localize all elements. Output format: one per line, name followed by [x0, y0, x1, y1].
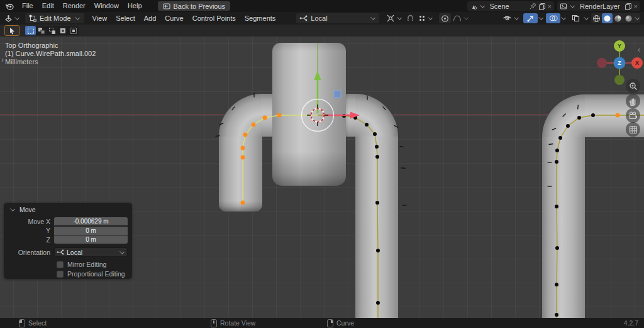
menu-segments[interactable]: Segments	[240, 13, 280, 25]
blender-logo-menu[interactable]	[0, 3, 18, 10]
pivot-point-button[interactable]	[384, 13, 404, 23]
gizmo-plane-handle[interactable]	[334, 91, 341, 98]
curve-control-point-selected[interactable]	[277, 113, 282, 118]
shading-rendered-button[interactable]	[623, 13, 634, 23]
menu-edit[interactable]: Edit	[38, 0, 58, 12]
snap-toggle-button[interactable]	[404, 13, 416, 23]
scene-icon[interactable]	[470, 3, 477, 10]
shading-solid-button[interactable]	[602, 13, 613, 23]
curve-control-point[interactable]	[555, 160, 558, 164]
proportional-falloff-dropdown[interactable]	[451, 13, 471, 23]
sidebar-region-toggle[interactable]: ‹	[638, 47, 640, 53]
curve-control-point-selected[interactable]	[263, 116, 267, 120]
move-y-field[interactable]: 0 m	[54, 227, 128, 235]
curve-control-point[interactable]	[555, 149, 559, 152]
left-mouse-icon	[19, 319, 25, 327]
overlays-icon	[549, 14, 558, 22]
menu-add[interactable]: Add	[140, 13, 161, 25]
curve-control-point[interactable]	[555, 246, 559, 250]
scene-browse-chevron[interactable]	[480, 3, 485, 8]
curve-control-point[interactable]	[555, 205, 558, 208]
orientation-label: Local	[311, 14, 327, 22]
menu-control-points[interactable]: Control Points	[188, 13, 240, 25]
overlays-chevron[interactable]	[561, 15, 566, 20]
select-mode-subtract-button[interactable]	[47, 26, 57, 35]
nav-axis-ball[interactable]	[597, 58, 607, 68]
curve-control-point[interactable]	[375, 155, 379, 159]
middle-mouse-icon	[211, 319, 217, 327]
pin-icon[interactable]	[530, 3, 536, 9]
back-to-previous-button[interactable]: Back to Previous	[158, 1, 231, 11]
move-z-field[interactable]: 0 m	[54, 235, 128, 244]
mode-dropdown[interactable]: Edit Mode	[25, 13, 84, 23]
proportional-editing-toggle[interactable]	[439, 13, 451, 23]
curve-control-point[interactable]	[365, 123, 369, 127]
menu-window[interactable]: Window	[90, 0, 123, 12]
shading-chevron[interactable]	[635, 15, 640, 20]
menu-help[interactable]: Help	[123, 0, 147, 12]
curve-control-point-selected[interactable]	[616, 113, 620, 118]
object-visibility-dropdown[interactable]	[501, 13, 521, 23]
curve-control-point[interactable]	[591, 113, 595, 117]
curve-control-point-selected[interactable]	[241, 156, 245, 160]
scene-name[interactable]: Scene	[487, 3, 528, 10]
select-mode-invert-button[interactable]	[57, 26, 68, 35]
select-mode-set-button[interactable]	[25, 26, 36, 35]
hint-select-label: Select	[28, 319, 47, 327]
camera-view-button[interactable]	[626, 108, 640, 123]
pan-button[interactable]	[626, 94, 640, 108]
xray-chevron[interactable]	[584, 15, 589, 20]
new-layer-copy-icon[interactable]	[625, 3, 632, 10]
active-tool-button[interactable]	[4, 25, 19, 36]
curve-control-point-selected[interactable]	[241, 146, 245, 150]
gizmo-chevron[interactable]	[538, 15, 543, 20]
panel-orientation-dropdown[interactable]: Local	[54, 247, 128, 257]
mirror-editing-checkbox[interactable]	[57, 261, 64, 268]
curve-control-point[interactable]	[376, 249, 380, 252]
render-layer-name[interactable]: RenderLayer	[577, 3, 623, 10]
curve-control-point[interactable]	[555, 283, 558, 286]
menu-select[interactable]: Select	[111, 13, 140, 25]
curve-control-point[interactable]	[373, 132, 377, 136]
curve-wire	[557, 115, 644, 318]
curve-control-point-selected[interactable]	[241, 201, 245, 205]
select-mode-intersect-button[interactable]	[68, 26, 79, 35]
topbar-right: Scene × RenderLayer ×	[467, 1, 644, 11]
zoom-button[interactable]	[626, 79, 640, 93]
curve-control-point[interactable]	[375, 145, 379, 149]
render-layer-icon[interactable]	[560, 3, 567, 10]
menu-view[interactable]: View	[88, 13, 112, 25]
new-scene-copy-icon[interactable]	[538, 3, 546, 10]
curve-control-point[interactable]	[555, 313, 558, 317]
move-panel-header[interactable]: Move	[4, 203, 132, 213]
shading-material-button[interactable]	[613, 13, 623, 23]
menu-curve[interactable]: Curve	[160, 13, 187, 25]
curve-control-point-selected[interactable]	[243, 133, 248, 137]
show-gizmo-toggle[interactable]	[523, 13, 538, 23]
remove-layer-icon[interactable]: ×	[634, 3, 638, 10]
move-x-field[interactable]: -0.000629 m	[54, 217, 128, 225]
curve-control-point[interactable]	[375, 201, 379, 205]
show-overlays-toggle[interactable]	[546, 13, 560, 23]
unlink-scene-icon[interactable]: ×	[548, 3, 552, 10]
curve-control-point[interactable]	[566, 124, 570, 128]
nav-axis-ball[interactable]	[614, 75, 625, 85]
curve-control-point[interactable]	[577, 116, 581, 120]
curve-control-point-selected[interactable]	[252, 123, 256, 127]
snap-target-dropdown[interactable]	[416, 13, 435, 23]
gizmo-y-arrowhead[interactable]	[314, 71, 321, 80]
mirror-editing-label: Mirror Editing	[67, 261, 106, 268]
render-layer-browse-chevron[interactable]	[570, 3, 575, 8]
shading-wireframe-button[interactable]	[591, 13, 602, 23]
toggle-perspective-button[interactable]	[626, 122, 640, 137]
curve-control-point[interactable]	[376, 301, 380, 305]
proportional-editing-checkbox[interactable]	[57, 271, 64, 278]
menu-file[interactable]: File	[18, 0, 38, 12]
editor-type-button[interactable]	[3, 13, 22, 23]
toolbar-region-toggle[interactable]: ›	[1, 57, 4, 63]
transform-orientation-dropdown[interactable]: Local	[296, 13, 379, 23]
menu-render[interactable]: Render	[58, 0, 90, 12]
curve-control-point[interactable]	[558, 136, 562, 140]
xray-toggle[interactable]	[569, 13, 583, 23]
select-mode-extend-button[interactable]	[36, 26, 47, 35]
